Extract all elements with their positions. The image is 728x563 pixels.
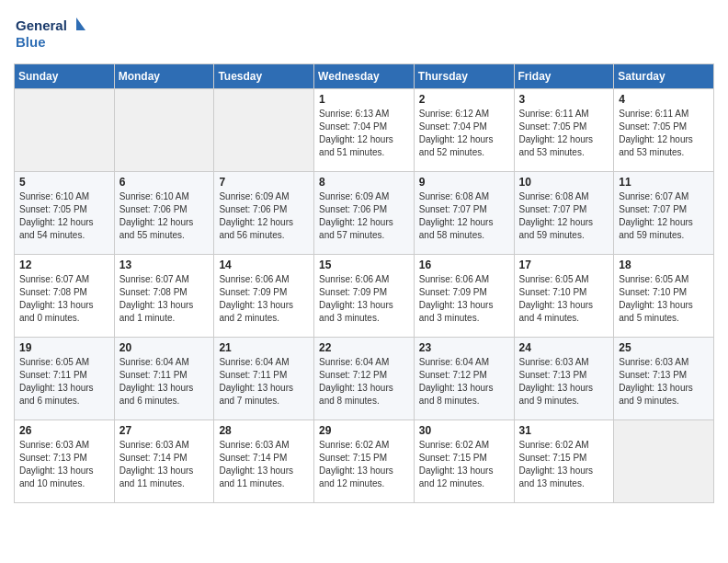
sunset-text: Sunset: 7:05 PM	[619, 121, 709, 133]
daylight-text: Daylight: 13 hours and 12 minutes.	[319, 465, 409, 490]
calendar-cell: 25Sunrise: 6:03 AMSunset: 7:13 PMDayligh…	[614, 338, 714, 420]
day-number: 11	[619, 176, 709, 189]
daylight-text: Daylight: 13 hours and 12 minutes.	[419, 465, 509, 490]
day-number: 29	[319, 424, 409, 437]
day-info: Sunrise: 6:02 AMSunset: 7:15 PMDaylight:…	[319, 439, 409, 490]
calendar-cell: 17Sunrise: 6:05 AMSunset: 7:10 PMDayligh…	[514, 255, 614, 338]
calendar-cell: 23Sunrise: 6:04 AMSunset: 7:12 PMDayligh…	[414, 338, 514, 420]
calendar-cell: 29Sunrise: 6:02 AMSunset: 7:15 PMDayligh…	[314, 420, 415, 503]
sunrise-text: Sunrise: 6:08 AM	[519, 190, 609, 203]
header-day: Thursday	[414, 64, 514, 89]
daylight-text: Daylight: 12 hours and 55 minutes.	[119, 216, 210, 242]
day-info: Sunrise: 6:03 AMSunset: 7:14 PMDaylight:…	[119, 439, 210, 490]
day-number: 23	[419, 341, 509, 354]
sunset-text: Sunset: 7:06 PM	[319, 203, 409, 216]
day-info: Sunrise: 6:06 AMSunset: 7:09 PMDaylight:…	[219, 273, 309, 325]
calendar-cell: 12Sunrise: 6:07 AMSunset: 7:08 PMDayligh…	[15, 255, 115, 338]
daylight-text: Daylight: 13 hours and 3 minutes.	[319, 299, 409, 325]
day-info: Sunrise: 6:03 AMSunset: 7:14 PMDaylight:…	[219, 439, 309, 490]
day-info: Sunrise: 6:12 AMSunset: 7:04 PMDaylight:…	[419, 108, 509, 159]
daylight-text: Daylight: 12 hours and 53 minutes.	[519, 133, 609, 159]
day-number: 13	[119, 259, 210, 271]
day-number: 7	[219, 176, 309, 189]
sunrise-text: Sunrise: 6:07 AM	[619, 190, 709, 203]
header-day: Friday	[514, 64, 614, 89]
sunrise-text: Sunrise: 6:04 AM	[419, 356, 509, 369]
calendar-cell: 24Sunrise: 6:03 AMSunset: 7:13 PMDayligh…	[514, 338, 614, 420]
sunrise-text: Sunrise: 6:05 AM	[619, 273, 709, 286]
daylight-text: Daylight: 13 hours and 4 minutes.	[519, 299, 609, 325]
day-number: 8	[319, 176, 409, 189]
day-number: 3	[519, 93, 609, 106]
calendar-cell	[114, 89, 214, 172]
calendar-cell: 4Sunrise: 6:11 AMSunset: 7:05 PMDaylight…	[614, 89, 714, 172]
sunrise-text: Sunrise: 6:03 AM	[519, 356, 609, 369]
daylight-text: Daylight: 13 hours and 2 minutes.	[219, 299, 309, 325]
daylight-text: Daylight: 13 hours and 7 minutes.	[219, 382, 309, 408]
sunset-text: Sunset: 7:15 PM	[419, 452, 509, 465]
calendar-cell: 28Sunrise: 6:03 AMSunset: 7:14 PMDayligh…	[214, 420, 314, 503]
day-info: Sunrise: 6:05 AMSunset: 7:11 PMDaylight:…	[19, 356, 109, 408]
day-number: 25	[619, 341, 709, 354]
sunrise-text: Sunrise: 6:06 AM	[319, 273, 409, 286]
day-info: Sunrise: 6:10 AMSunset: 7:06 PMDaylight:…	[119, 190, 210, 242]
day-info: Sunrise: 6:07 AMSunset: 7:08 PMDaylight:…	[19, 273, 109, 325]
sunset-text: Sunset: 7:10 PM	[519, 286, 609, 299]
daylight-text: Daylight: 13 hours and 8 minutes.	[319, 382, 409, 408]
day-number: 31	[519, 424, 609, 437]
header-day: Sunday	[15, 64, 115, 89]
daylight-text: Daylight: 12 hours and 59 minutes.	[619, 216, 709, 242]
sunrise-text: Sunrise: 6:03 AM	[19, 439, 109, 452]
sunrise-text: Sunrise: 6:07 AM	[119, 273, 210, 286]
calendar-row: 1Sunrise: 6:13 AMSunset: 7:04 PMDaylight…	[15, 89, 714, 172]
daylight-text: Daylight: 12 hours and 57 minutes.	[319, 216, 409, 242]
sunrise-text: Sunrise: 6:04 AM	[319, 356, 409, 369]
header-day: Saturday	[614, 64, 714, 89]
sunrise-text: Sunrise: 6:02 AM	[519, 439, 609, 452]
sunrise-text: Sunrise: 6:04 AM	[119, 356, 210, 369]
day-info: Sunrise: 6:08 AMSunset: 7:07 PMDaylight:…	[419, 190, 509, 242]
day-number: 20	[119, 341, 210, 354]
sunset-text: Sunset: 7:05 PM	[19, 203, 109, 216]
sunset-text: Sunset: 7:10 PM	[619, 286, 709, 299]
sunrise-text: Sunrise: 6:04 AM	[219, 356, 309, 369]
sunset-text: Sunset: 7:08 PM	[19, 286, 109, 299]
sunset-text: Sunset: 7:09 PM	[219, 286, 309, 299]
calendar-row: 19Sunrise: 6:05 AMSunset: 7:11 PMDayligh…	[15, 338, 714, 420]
day-number: 19	[19, 341, 109, 354]
day-info: Sunrise: 6:03 AMSunset: 7:13 PMDaylight:…	[19, 439, 109, 490]
sunrise-text: Sunrise: 6:06 AM	[219, 273, 309, 286]
day-info: Sunrise: 6:11 AMSunset: 7:05 PMDaylight:…	[519, 108, 609, 159]
daylight-text: Daylight: 13 hours and 10 minutes.	[19, 465, 109, 490]
calendar-cell	[15, 89, 115, 172]
day-info: Sunrise: 6:13 AMSunset: 7:04 PMDaylight:…	[319, 108, 409, 159]
sunset-text: Sunset: 7:04 PM	[319, 121, 409, 133]
day-info: Sunrise: 6:05 AMSunset: 7:10 PMDaylight:…	[519, 273, 609, 325]
day-info: Sunrise: 6:02 AMSunset: 7:15 PMDaylight:…	[519, 439, 609, 490]
sunset-text: Sunset: 7:13 PM	[519, 369, 609, 382]
sunrise-text: Sunrise: 6:02 AM	[419, 439, 509, 452]
sunrise-text: Sunrise: 6:08 AM	[419, 190, 509, 203]
calendar-cell	[614, 420, 714, 503]
daylight-text: Daylight: 12 hours and 59 minutes.	[519, 216, 609, 242]
sunrise-text: Sunrise: 6:03 AM	[219, 439, 309, 452]
day-info: Sunrise: 6:02 AMSunset: 7:15 PMDaylight:…	[419, 439, 509, 490]
day-info: Sunrise: 6:08 AMSunset: 7:07 PMDaylight:…	[519, 190, 609, 242]
sunrise-text: Sunrise: 6:03 AM	[119, 439, 210, 452]
daylight-text: Daylight: 13 hours and 0 minutes.	[19, 299, 109, 325]
sunset-text: Sunset: 7:11 PM	[119, 369, 210, 382]
day-info: Sunrise: 6:06 AMSunset: 7:09 PMDaylight:…	[319, 273, 409, 325]
calendar-cell: 20Sunrise: 6:04 AMSunset: 7:11 PMDayligh…	[114, 338, 214, 420]
calendar-cell: 31Sunrise: 6:02 AMSunset: 7:15 PMDayligh…	[514, 420, 614, 503]
svg-text:Blue: Blue	[16, 34, 46, 50]
calendar-cell: 15Sunrise: 6:06 AMSunset: 7:09 PMDayligh…	[314, 255, 415, 338]
sunset-text: Sunset: 7:15 PM	[319, 452, 409, 465]
sunset-text: Sunset: 7:11 PM	[219, 369, 309, 382]
calendar-body: 1Sunrise: 6:13 AMSunset: 7:04 PMDaylight…	[15, 89, 714, 503]
daylight-text: Daylight: 13 hours and 6 minutes.	[19, 382, 109, 408]
day-number: 16	[419, 259, 509, 271]
sunset-text: Sunset: 7:13 PM	[19, 452, 109, 465]
daylight-text: Daylight: 13 hours and 9 minutes.	[619, 382, 709, 408]
calendar-cell: 26Sunrise: 6:03 AMSunset: 7:13 PMDayligh…	[15, 420, 115, 503]
sunrise-text: Sunrise: 6:11 AM	[519, 108, 609, 121]
